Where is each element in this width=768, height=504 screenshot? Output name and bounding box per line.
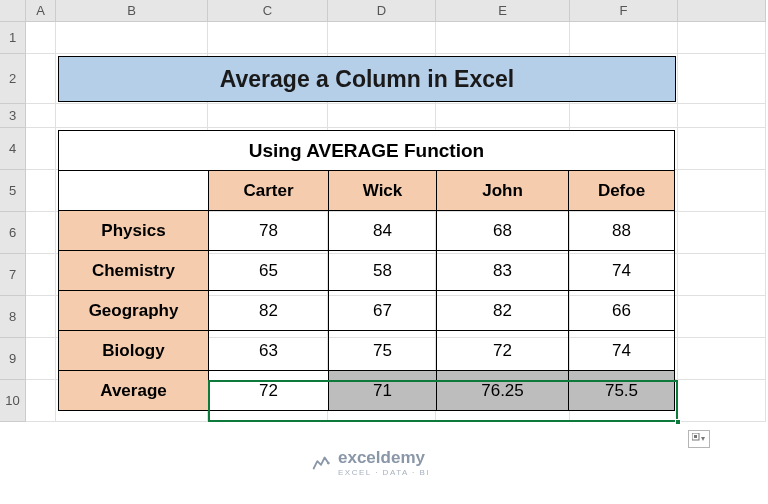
cell[interactable] xyxy=(328,22,436,54)
row-header-8[interactable]: 8 xyxy=(0,296,26,338)
cell[interactable] xyxy=(56,22,208,54)
cell[interactable] xyxy=(26,54,56,104)
cell[interactable] xyxy=(208,22,328,54)
row-header-7[interactable]: 7 xyxy=(0,254,26,296)
cell[interactable] xyxy=(678,296,766,338)
column-header-row: A B C D E F xyxy=(0,0,766,22)
row-header-3[interactable]: 3 xyxy=(0,104,26,128)
cell-value[interactable]: 83 xyxy=(437,251,569,291)
cell[interactable] xyxy=(436,22,570,54)
subject-average: Average xyxy=(59,371,209,411)
col-header-B[interactable]: B xyxy=(56,0,208,22)
row-header-4[interactable]: 4 xyxy=(0,128,26,170)
header-carter: Carter xyxy=(209,171,329,211)
header-blank xyxy=(59,171,209,211)
cell-average[interactable]: 71 xyxy=(329,371,437,411)
cell-value[interactable]: 68 xyxy=(437,211,569,251)
cell[interactable] xyxy=(678,254,766,296)
cell[interactable] xyxy=(678,22,766,54)
col-header-A[interactable]: A xyxy=(26,0,56,22)
col-header-C[interactable]: C xyxy=(208,0,328,22)
subject-geography: Geography xyxy=(59,291,209,331)
cell[interactable] xyxy=(26,104,56,128)
col-header-G[interactable] xyxy=(678,0,766,22)
cell[interactable] xyxy=(328,104,436,128)
cell[interactable] xyxy=(678,380,766,422)
cell-value[interactable]: 82 xyxy=(209,291,329,331)
col-header-E[interactable]: E xyxy=(436,0,570,22)
row-header-5[interactable]: 5 xyxy=(0,170,26,212)
cell[interactable] xyxy=(678,338,766,380)
cell[interactable] xyxy=(26,380,56,422)
logo-text: exceldemy xyxy=(338,448,425,467)
select-all-corner[interactable] xyxy=(0,0,26,22)
row-header-9[interactable]: 9 xyxy=(0,338,26,380)
row-header-6[interactable]: 6 xyxy=(0,212,26,254)
row-header-10[interactable]: 10 xyxy=(0,380,26,422)
logo-subtext: EXCEL · DATA · BI xyxy=(338,468,430,477)
cell-value[interactable]: 58 xyxy=(329,251,437,291)
svg-rect-1 xyxy=(694,435,697,438)
cell[interactable] xyxy=(570,104,678,128)
cell[interactable] xyxy=(678,104,766,128)
cell[interactable] xyxy=(436,104,570,128)
col-header-D[interactable]: D xyxy=(328,0,436,22)
cell-value[interactable]: 63 xyxy=(209,331,329,371)
cell[interactable] xyxy=(26,22,56,54)
page-title: Average a Column in Excel xyxy=(58,56,676,102)
header-john: John xyxy=(437,171,569,211)
row-header-1[interactable]: 1 xyxy=(0,22,26,54)
cell[interactable] xyxy=(26,212,56,254)
cell[interactable] xyxy=(678,128,766,170)
subject-chemistry: Chemistry xyxy=(59,251,209,291)
cell[interactable] xyxy=(678,212,766,254)
cell[interactable] xyxy=(26,170,56,212)
cell[interactable] xyxy=(570,22,678,54)
cell[interactable] xyxy=(678,54,766,104)
subject-biology: Biology xyxy=(59,331,209,371)
brand-logo: exceldemy EXCEL · DATA · BI xyxy=(310,448,430,477)
col-header-F[interactable]: F xyxy=(570,0,678,22)
header-defoe: Defoe xyxy=(569,171,675,211)
logo-icon xyxy=(310,452,332,474)
cell-value[interactable]: 74 xyxy=(569,331,675,371)
cell-average[interactable]: 76.25 xyxy=(437,371,569,411)
data-table: Using AVERAGE Function Carter Wick John … xyxy=(58,130,675,411)
cell-value[interactable]: 75 xyxy=(329,331,437,371)
cell[interactable] xyxy=(678,170,766,212)
cell[interactable] xyxy=(26,128,56,170)
autofill-options-button[interactable] xyxy=(688,430,710,448)
cell[interactable] xyxy=(56,104,208,128)
cell-value[interactable]: 78 xyxy=(209,211,329,251)
row-header-2[interactable]: 2 xyxy=(0,54,26,104)
cell[interactable] xyxy=(26,296,56,338)
subject-physics: Physics xyxy=(59,211,209,251)
autofill-icon xyxy=(692,433,706,445)
cell-average[interactable]: 72 xyxy=(209,371,329,411)
table-subtitle: Using AVERAGE Function xyxy=(59,131,675,171)
cell-value[interactable]: 66 xyxy=(569,291,675,331)
cell-value[interactable]: 72 xyxy=(437,331,569,371)
cell-average[interactable]: 75.5 xyxy=(569,371,675,411)
cell[interactable] xyxy=(26,338,56,380)
cell-value[interactable]: 88 xyxy=(569,211,675,251)
cell[interactable] xyxy=(26,254,56,296)
cell-value[interactable]: 67 xyxy=(329,291,437,331)
header-wick: Wick xyxy=(329,171,437,211)
cell-value[interactable]: 82 xyxy=(437,291,569,331)
cell-value[interactable]: 84 xyxy=(329,211,437,251)
svg-point-2 xyxy=(327,461,330,464)
cell[interactable] xyxy=(208,104,328,128)
cell-value[interactable]: 65 xyxy=(209,251,329,291)
fill-handle[interactable] xyxy=(675,419,681,425)
cell-value[interactable]: 74 xyxy=(569,251,675,291)
